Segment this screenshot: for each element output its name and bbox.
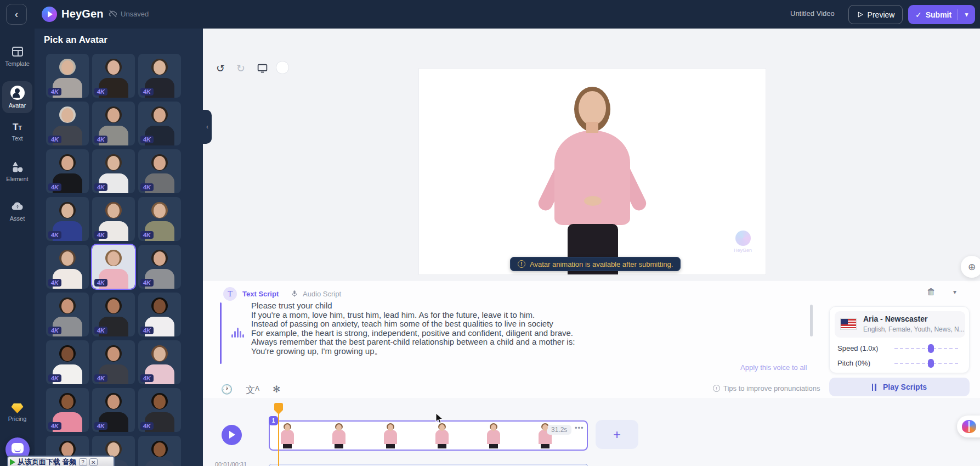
avatar-tile[interactable]: 4K: [46, 340, 89, 384]
cloud-off-icon: [109, 9, 117, 18]
avatar-tile[interactable]: 4K: [92, 340, 135, 384]
waveform-icon[interactable]: [231, 328, 244, 338]
redo-button[interactable]: ↻: [234, 61, 247, 75]
extension-play-icon: [10, 459, 15, 465]
browser-extension-pill[interactable]: [957, 416, 980, 437]
avatar-tile[interactable]: 4K: [138, 149, 181, 193]
avatar-tile[interactable]: 4K: [92, 197, 135, 241]
avatar-tile[interactable]: 4K: [138, 436, 181, 466]
scene-number-badge: 1: [269, 416, 278, 425]
download-extension-bar[interactable]: 从该页面下载 音频 ? ✕: [7, 456, 115, 466]
speed-slider[interactable]: [894, 348, 959, 349]
zoom-in-button[interactable]: ⊕: [961, 256, 980, 278]
video-stage[interactable]: HeyGen: [419, 69, 766, 274]
top-bar: ‹ HeyGen Unsaved Untitled Video Preview …: [0, 0, 980, 29]
pitch-slider[interactable]: [894, 363, 959, 364]
script-scrollbar[interactable]: [810, 305, 813, 336]
p-head: [107, 251, 120, 266]
collapse-script-chevron-icon[interactable]: ▾: [953, 288, 956, 296]
avatar-tile[interactable]: 4K: [46, 54, 89, 98]
video-title[interactable]: Untitled Video: [790, 9, 835, 18]
script-text-editor[interactable]: Please trust your child If you're a mom,…: [251, 301, 805, 356]
sidebar-item-pricing[interactable]: Pricing: [0, 403, 35, 422]
tooltip-text: Avatar animation is available after subm…: [530, 260, 673, 268]
back-button[interactable]: ‹: [6, 4, 27, 25]
avatar-tile[interactable]: 4K: [92, 388, 135, 432]
script-line[interactable]: Always remember that the best parent-chi…: [251, 338, 805, 347]
monitor-icon: [257, 63, 268, 74]
avatar-tile[interactable]: 4K: [138, 388, 181, 432]
4k-badge: 4K: [94, 279, 107, 287]
avatar-tile[interactable]: 4K: [138, 54, 181, 98]
avatar-tile[interactable]: 4K: [46, 149, 89, 193]
submit-dropdown-chevron-icon[interactable]: ▾: [958, 11, 975, 18]
sidebar-item-template[interactable]: Template: [0, 45, 35, 67]
avatar-tile[interactable]: 4K: [92, 149, 135, 193]
avatar-tile[interactable]: 4K: [46, 293, 89, 336]
avatar-animation-tooltip: ! Avatar animation is available after su…: [510, 257, 681, 271]
submit-label: Submit: [926, 10, 951, 19]
avatar-tile[interactable]: 4K: [46, 197, 89, 241]
playhead-handle[interactable]: [274, 403, 283, 414]
sidebar-item-label: Text: [12, 135, 22, 142]
background-color-swatch[interactable]: [276, 61, 289, 74]
avatar-tile[interactable]: 4K: [92, 293, 135, 336]
speed-label: Speed (1.0x): [837, 344, 878, 352]
script-line[interactable]: If you're a mom, love him, trust him, le…: [251, 311, 805, 320]
pricing-gem-icon: [12, 403, 24, 413]
translate-button[interactable]: 文ᴬ: [246, 384, 259, 396]
preview-button[interactable]: Preview: [848, 5, 903, 24]
tab-audio-script[interactable]: Audio Script: [291, 289, 341, 298]
script-line[interactable]: For example, the heart is strong, indepe…: [251, 329, 805, 338]
avatar-tile[interactable]: 4K: [46, 388, 89, 432]
submit-button[interactable]: ✓ Submit ▾: [908, 5, 975, 24]
stage-avatar-body[interactable]: [554, 131, 630, 225]
apply-voice-to-all-link[interactable]: Apply this voice to all: [740, 363, 807, 372]
avatar-tile[interactable]: 4K: [92, 102, 135, 145]
clip-thumbnail: [381, 423, 400, 448]
extension-help-button[interactable]: ?: [79, 458, 87, 466]
avatar-tile[interactable]: 4K: [138, 340, 181, 384]
p-head: [107, 347, 120, 361]
script-line[interactable]: Please trust your child: [251, 301, 805, 311]
sidebar-item-element[interactable]: Element: [0, 160, 35, 182]
timeline-play-button[interactable]: [222, 425, 242, 445]
p-head: [154, 156, 166, 170]
duration-clock-button[interactable]: 🕐: [221, 384, 233, 396]
scene-clip[interactable]: 1 31.2s •••: [269, 420, 588, 451]
4k-badge: 4K: [140, 422, 154, 430]
speed-slider-thumb[interactable]: [928, 344, 934, 353]
screen-size-button[interactable]: [256, 61, 269, 75]
delete-script-button[interactable]: 🗑: [927, 287, 936, 297]
avatar-tile[interactable]: 4K: [138, 245, 181, 289]
sidebar-item-avatar[interactable]: Avatar: [2, 81, 32, 113]
4k-badge: 4K: [140, 279, 154, 287]
stage-avatar-neck: [586, 122, 598, 133]
tab-text-script[interactable]: T Text Script: [223, 287, 279, 301]
voice-selector[interactable]: Aria - Newscaster English, Female, Youth…: [835, 311, 965, 338]
play-scripts-label: Play Scripts: [883, 383, 927, 391]
pitch-slider-thumb[interactable]: [928, 359, 934, 368]
avatar-tile-selected[interactable]: 4K: [92, 245, 135, 289]
avatar-tile[interactable]: 4K: [138, 197, 181, 241]
sidebar-item-text[interactable]: TT Text: [0, 122, 35, 142]
4k-badge: 4K: [94, 231, 107, 239]
panel-collapse-handle[interactable]: ‹: [203, 110, 212, 144]
stage-avatar-head: [579, 91, 606, 125]
add-scene-button[interactable]: +: [596, 420, 638, 449]
avatar-tile[interactable]: 4K: [138, 102, 181, 145]
extension-close-button[interactable]: ✕: [89, 458, 98, 466]
avatar-tile[interactable]: 4K: [138, 293, 181, 336]
undo-button[interactable]: ↺: [214, 61, 227, 75]
gpt-assistant-button[interactable]: ✻: [273, 384, 280, 396]
avatar-tile[interactable]: 4K: [46, 102, 89, 145]
pronunciation-tips-link[interactable]: ! Tips to improve pronunciations: [713, 384, 820, 392]
clip-more-button[interactable]: •••: [575, 424, 584, 432]
sidebar-item-asset[interactable]: Asset: [0, 200, 35, 222]
script-line[interactable]: You're growing up, I'm growing up。: [251, 347, 805, 356]
4k-badge: 4K: [140, 327, 154, 334]
script-line[interactable]: Instead of passing on anxiety, teach him…: [251, 319, 805, 329]
play-scripts-button[interactable]: Play Scripts: [829, 378, 970, 396]
avatar-tile[interactable]: 4K: [46, 245, 89, 289]
avatar-tile[interactable]: 4K: [92, 54, 135, 98]
